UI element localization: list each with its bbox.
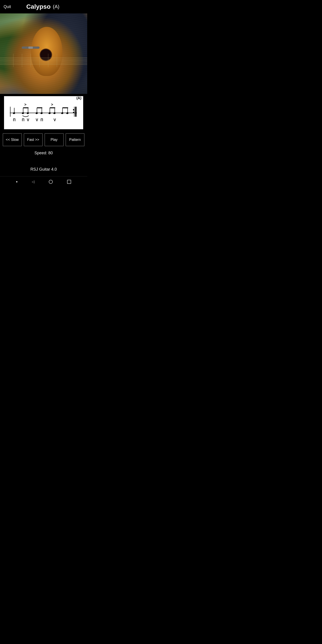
svg-rect-20 [50,107,55,108]
svg-text:V: V [27,118,29,122]
play-button[interactable]: Play [44,133,64,146]
svg-point-29 [73,112,74,113]
svg-point-22 [61,112,64,114]
svg-point-24 [66,112,69,114]
pattern-button[interactable]: Pattern [66,133,85,146]
quit-button[interactable]: Quit [4,4,11,9]
android-nav-bar: ◁ [0,176,87,187]
control-buttons-row: << Slow Fast >> Play Pattern [0,132,87,148]
nav-home-button[interactable] [49,180,53,184]
music-notation-svg: > > [6,99,82,126]
svg-text:>: > [24,103,26,106]
fretboard-area [0,54,87,67]
app-header: Quit Calypso (A) [0,0,87,14]
tempo-slider[interactable] [22,46,40,49]
svg-point-17 [48,112,51,114]
song-title: Calypso [26,3,50,10]
tempo-slider-container[interactable] [22,46,40,50]
svg-text:П: П [22,118,24,122]
svg-text:П: П [40,118,43,122]
guitar-image [0,14,87,94]
nav-back-button[interactable]: ◁ [32,180,34,184]
nav-recent-button[interactable] [67,180,71,184]
svg-point-12 [35,112,38,114]
svg-rect-15 [37,107,42,108]
brand-label: RSJ Guitar 4.0 [0,158,87,176]
svg-text:П: П [13,118,16,122]
svg-rect-25 [62,107,68,108]
svg-text:>: > [51,103,53,106]
header-title-group: Calypso (A) [26,3,59,10]
svg-rect-27 [75,107,76,117]
svg-point-5 [13,112,16,114]
svg-point-14 [40,112,43,114]
slow-button[interactable]: << Slow [3,133,22,146]
speed-label: Speed: 80 [0,148,87,158]
fast-button[interactable]: Fast >> [24,133,43,146]
svg-text:V: V [54,118,56,122]
svg-point-7 [22,112,24,114]
song-key: (A) [53,4,59,10]
svg-point-9 [26,112,29,114]
svg-point-19 [53,112,56,114]
nav-menu-dot[interactable] [16,181,18,182]
svg-text:V: V [36,118,38,122]
svg-point-28 [73,109,74,110]
notation-key-label: (A) [76,96,82,100]
notation-area: (A) > > [4,96,84,130]
svg-rect-10 [23,107,28,108]
